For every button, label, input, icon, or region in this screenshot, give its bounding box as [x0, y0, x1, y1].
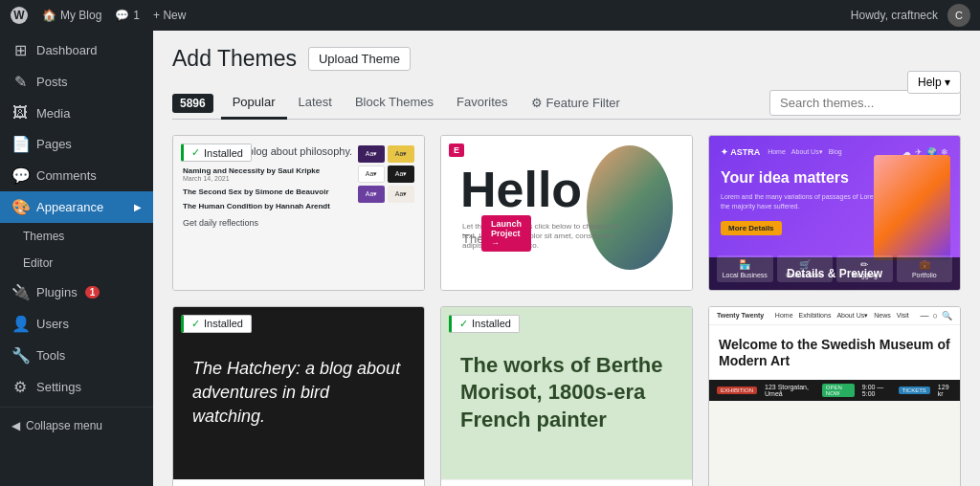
- palette-swatch-6: Aa▾: [388, 186, 414, 203]
- astra-feature-local: 🏪 Local Business: [717, 255, 773, 282]
- theme-card-twenty-twenty: Twenty Twenty Home Exhibitions About Us▾…: [708, 306, 961, 486]
- settings-icon: ⚙: [11, 378, 29, 396]
- sidebar: ⊞ Dashboard ✎ Posts 🖼 Media 📄 Pages 💬 Co…: [0, 31, 153, 486]
- theme-card-astra: ✦ ASTRA Home About Us▾ Blog ☁ ✈ 🌍 ❄: [708, 135, 961, 291]
- palette-swatch-3: Aa▾: [358, 166, 385, 183]
- comment-count[interactable]: 💬 1: [115, 9, 140, 22]
- theme-preview-hatchery: ✓ Installed The Hatchery: a blog about a…: [173, 307, 424, 479]
- upload-theme-button[interactable]: Upload Theme: [308, 47, 411, 71]
- sidebar-item-tools[interactable]: 🔧 Tools: [0, 340, 153, 371]
- search-themes-input[interactable]: [769, 90, 961, 116]
- admin-bar-right: Howdy, craftneck C: [851, 4, 970, 27]
- new-item[interactable]: + New: [153, 9, 186, 22]
- palette-swatch-4: Aa▾: [388, 166, 414, 183]
- theme-preview-hello: E Hello Theme Let these blank texts clic…: [441, 136, 692, 290]
- collapse-icon: ◀: [11, 419, 20, 432]
- theme-footer-berthe: Berthe: [441, 479, 692, 486]
- sidebar-item-pages[interactable]: 📄 Pages: [0, 128, 153, 160]
- berthe-inner: The works of Berthe Morisot, 1800s-era F…: [441, 307, 692, 479]
- theme-preview-t23: ✓ Installed Mindblown: a blog about phil…: [173, 136, 424, 290]
- sidebar-item-users[interactable]: 👤 Users: [0, 308, 153, 340]
- check-icon-berthe: ✓: [459, 318, 468, 330]
- check-icon-hatchery: ✓: [191, 318, 200, 330]
- astra-cta-button: More Details: [721, 221, 782, 235]
- comments-icon: 💬: [11, 166, 29, 185]
- main-layout: ⊞ Dashboard ✎ Posts 🖼 Media 📄 Pages 💬 Co…: [0, 31, 980, 486]
- sidebar-item-comments[interactable]: 💬 Comments: [0, 160, 153, 191]
- dashboard-icon: ⊞: [11, 41, 29, 59]
- installed-badge-hatchery: ✓ Installed: [181, 315, 252, 333]
- content-area: Help ▾ Add Themes Upload Theme 5896 Popu…: [153, 31, 980, 486]
- avatar: C: [947, 4, 970, 27]
- plugins-badge: 1: [85, 286, 100, 298]
- sidebar-item-themes[interactable]: Themes: [0, 223, 153, 250]
- sidebar-item-dashboard[interactable]: ⊞ Dashboard: [0, 34, 153, 66]
- sidebar-divider: [0, 407, 153, 408]
- wp-logo[interactable]: W: [10, 6, 29, 25]
- astra-nav-items: Home About Us▾ Blog: [768, 148, 842, 156]
- feature-filter-button[interactable]: ⚙ Feature Filter: [520, 88, 632, 118]
- sidebar-label-tools: Tools: [36, 348, 65, 363]
- sidebar-item-plugins[interactable]: 🔌 Plugins 1: [0, 276, 153, 308]
- sidebar-item-media[interactable]: 🖼 Media: [0, 98, 153, 128]
- theme-footer-hatchery: The Hatchery: [173, 479, 424, 486]
- palette-swatch-5: Aa▾: [358, 186, 385, 203]
- collapse-menu-button[interactable]: ◀ Collapse menu: [0, 411, 153, 440]
- installed-label: Installed: [204, 147, 243, 159]
- theme-card-berthe: ✓ Installed The works of Berthe Morisot,…: [440, 306, 693, 486]
- plugins-icon: 🔌: [11, 283, 29, 301]
- wordpress-icon: W: [10, 6, 29, 25]
- swedish-hours: 9:00 — 5:00: [862, 384, 891, 397]
- house-icon: 🏠: [42, 9, 56, 22]
- sidebar-item-settings[interactable]: ⚙ Settings: [0, 371, 153, 403]
- local-business-icon: 🏪: [721, 259, 769, 270]
- feature-filter-label: Feature Filter: [546, 96, 620, 110]
- site-name[interactable]: 🏠 My Blog: [42, 9, 101, 22]
- installed-badge-t23: ✓ Installed: [181, 144, 252, 162]
- theme-card-hello-elementor: E Hello Theme Let these blank texts clic…: [440, 135, 693, 291]
- sidebar-label-settings: Settings: [36, 380, 81, 394]
- theme-card-twenty-twenty-three: ✓ Installed Mindblown: a blog about phil…: [172, 135, 425, 291]
- installed-label-berthe: Installed: [472, 318, 511, 329]
- swedish-price: 129 kr: [938, 384, 952, 397]
- online-store-icon: 🛒: [781, 259, 830, 270]
- pages-icon: 📄: [11, 135, 29, 153]
- check-icon: ✓: [191, 146, 200, 159]
- collapse-label: Collapse menu: [26, 419, 102, 432]
- hello-launch-btn: Launch Project →: [481, 215, 531, 252]
- tab-popular[interactable]: Popular: [221, 87, 287, 120]
- comment-icon: 💬: [115, 9, 129, 22]
- theme-footer-hello: Hello Elementor: [441, 290, 692, 291]
- tab-block-themes[interactable]: Block Themes: [344, 87, 445, 120]
- theme-footer-t23: Twenty Twenty-Three Activated Customize: [173, 290, 424, 291]
- theme-preview-swedish: Twenty Twenty Home Exhibitions About Us▾…: [709, 307, 960, 486]
- sidebar-label-users: Users: [36, 317, 69, 331]
- elementor-logo: E: [449, 144, 464, 157]
- swedish-logo: Twenty Twenty: [717, 312, 764, 319]
- svg-text:W: W: [13, 9, 25, 22]
- tabs-bar: 5896 Popular Latest Block Themes Favorit…: [172, 87, 961, 120]
- astra-feature-blog: ✏ Blogging: [836, 255, 893, 282]
- palette-swatch-2: Aa▾: [388, 145, 414, 163]
- howdy-text: Howdy, craftneck: [851, 9, 938, 22]
- t23-article-3: The Human Condition by Hannah Arendt: [183, 202, 414, 210]
- sidebar-label-comments: Comments: [36, 168, 97, 183]
- posts-icon: ✎: [11, 73, 29, 91]
- media-icon: 🖼: [11, 104, 29, 122]
- sidebar-label-appearance: Appearance: [36, 200, 103, 214]
- sidebar-label-pages: Pages: [36, 137, 72, 151]
- sidebar-item-appearance[interactable]: 🎨 Appearance ▶: [0, 191, 153, 223]
- help-button[interactable]: Help ▾: [907, 71, 961, 94]
- swedish-nav-items: Home Exhibitions About Us▾ News Visit: [775, 312, 909, 320]
- astra-hero-image: [874, 155, 950, 260]
- sidebar-item-editor[interactable]: Editor: [0, 250, 153, 276]
- installed-badge-berthe: ✓ Installed: [449, 315, 520, 333]
- tab-latest[interactable]: Latest: [287, 87, 344, 120]
- swedish-tag-3: TICKETS: [899, 387, 930, 394]
- tab-favorites[interactable]: Favorites: [445, 87, 519, 120]
- users-icon: 👤: [11, 315, 29, 333]
- swedish-top-nav: Twenty Twenty Home Exhibitions About Us▾…: [709, 307, 960, 325]
- sidebar-item-posts[interactable]: ✎ Posts: [0, 66, 153, 98]
- admin-bar: W 🏠 My Blog 💬 1 + New Howdy, craftneck C: [0, 0, 980, 31]
- blogging-icon: ✏: [840, 259, 889, 270]
